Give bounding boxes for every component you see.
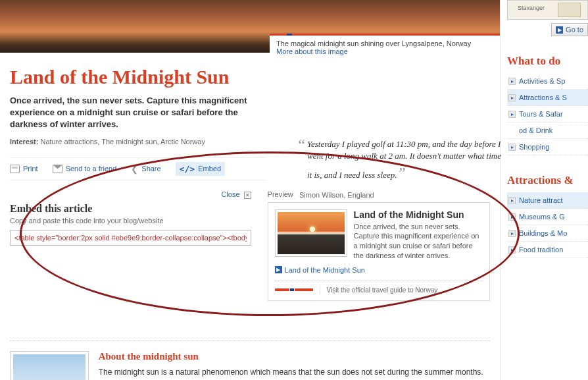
share-label: Share [141, 165, 160, 173]
arrow-icon: ▸ [508, 213, 516, 221]
about-text: The midnight sun is a natural phenomenon… [99, 366, 490, 380]
print-label: Print [23, 165, 38, 173]
sidebar-item[interactable]: ▸Attractions & S [507, 90, 588, 106]
quote-text: Yesterday I played golf at 11:30 pm, and… [299, 138, 503, 184]
preview-desc: Once arrived, the sun never sets. Captur… [354, 222, 483, 261]
attractions-list: ▸Nature attract ▸Museums & G ▸Buildings … [507, 192, 588, 258]
arrow-icon: ▶ [556, 26, 563, 34]
arrow-icon: ▸ [508, 111, 516, 118]
about-section: About the midnight sun The midnight sun … [10, 340, 490, 380]
embed-button[interactable]: </> Embed [176, 162, 225, 176]
arrow-icon: ▸ [508, 94, 516, 101]
whattodo-heading: What to do [507, 55, 588, 68]
map-city-label: Stavanger [518, 5, 545, 11]
preview-footer-text: Visit the official travel guide to Norwa… [320, 286, 438, 294]
sidebar-item[interactable]: ▸Buildings & Mo [507, 225, 588, 242]
send-label: Send to a friend [66, 165, 117, 173]
sidebar-item[interactable]: ▸Shopping [507, 139, 588, 155]
arrow-icon: ▸ [508, 197, 516, 204]
hero-caption: The magical midnight sun shining over Ly… [270, 34, 500, 59]
embed-label: Embed [198, 165, 221, 173]
embed-title: Embed this article [10, 203, 251, 215]
interest-value: Nature attractions, The midnight sun, Ar… [40, 138, 205, 146]
preview-label: Preview [268, 190, 490, 198]
arrow-icon: ▸ [508, 144, 516, 151]
sidebar-item[interactable]: ▸Food tradition [507, 242, 588, 258]
arrow-icon: ▸ [508, 246, 516, 254]
preview-image [275, 209, 347, 257]
hero-image: The magical midnight sun shining over Ly… [0, 0, 500, 53]
goto-button[interactable]: ▶ Go to [551, 23, 588, 36]
map-shape [558, 3, 581, 17]
goto-label: Go to [566, 26, 583, 34]
embed-subtitle: Copy and paste this code into your blog/… [10, 217, 251, 225]
print-icon [10, 165, 20, 173]
sidebar-item[interactable]: ▸Museums & G [507, 209, 588, 225]
about-image [10, 351, 89, 380]
flag-bars-small [275, 288, 313, 291]
preview-link-label: Land of the Midnight Sun [285, 266, 365, 274]
arrow-icon: ▸ [508, 78, 516, 85]
embed-panel: Close ✕ Embed this article Copy and past… [10, 190, 490, 301]
more-about-image-link[interactable]: More about this image [276, 47, 348, 55]
interest-line: Interest: Nature attractions, The midnig… [10, 138, 266, 146]
page-title: Land of the Midnight Sun [10, 66, 490, 88]
embed-code-input[interactable] [10, 230, 251, 246]
lead-paragraph: Once arrived, the sun never sets. Captur… [10, 95, 266, 131]
sidebar-item[interactable]: ▸Activities & Sp [507, 73, 588, 90]
arrow-icon: ▸ [508, 230, 516, 237]
embed-close-button[interactable]: Close ✕ [10, 190, 251, 199]
mail-icon [53, 165, 62, 173]
attractions-heading: Attractions & [507, 174, 588, 187]
sidebar-item[interactable]: ▸Nature attract [507, 192, 588, 209]
sidebar-item[interactable]: ▸Tours & Safar [507, 106, 588, 122]
arrow-icon: ▶ [275, 266, 282, 273]
send-friend-button[interactable]: Send to a friend [53, 165, 117, 173]
sidebar-item[interactable]: ▸od & Drink [507, 122, 588, 139]
about-heading: About the midnight sun [99, 351, 490, 362]
flag-bars [270, 34, 316, 36]
preview-box: Land of the Midnight Sun Once arrived, t… [268, 202, 490, 301]
hero-caption-text: The magical midnight sun shining over Ly… [276, 40, 471, 47]
mini-map[interactable]: Stavanger [507, 0, 588, 20]
close-icon: ✕ [244, 192, 251, 199]
share-icon: ❮ [131, 164, 138, 174]
action-bar: Print Send to a friend ❮ Share </> Embed [10, 157, 266, 180]
preview-title: Land of the Midnight Sun [354, 209, 483, 220]
close-label: Close [221, 190, 239, 198]
print-button[interactable]: Print [10, 165, 38, 173]
share-button[interactable]: ❮ Share [131, 164, 160, 174]
interest-label: Interest: [10, 138, 38, 146]
whattodo-list: ▸Activities & Sp ▸Attractions & S ▸Tours… [507, 73, 588, 155]
embed-icon: </> [180, 164, 195, 174]
preview-link[interactable]: ▶ Land of the Midnight Sun [275, 266, 483, 274]
